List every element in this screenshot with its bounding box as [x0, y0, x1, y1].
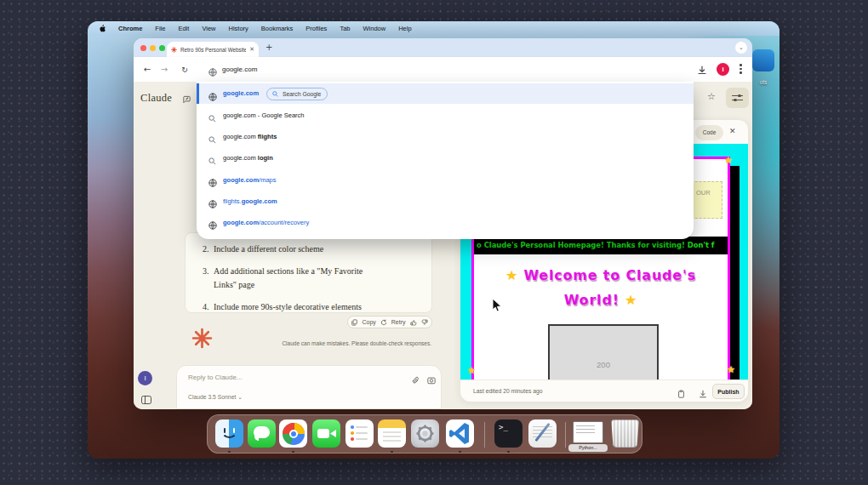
model-selector[interactable]: Claude 3.5 Sonnet ⌄ — [188, 394, 243, 401]
code-toggle-button[interactable]: Code — [695, 125, 723, 140]
dock-reminders-icon[interactable] — [345, 419, 374, 448]
url-globe-icon — [208, 65, 217, 80]
screenshot-icon[interactable] — [427, 373, 436, 388]
menu-bar: Chrome File Edit View History Bookmarks … — [88, 21, 779, 36]
downloads-icon[interactable] — [697, 64, 707, 79]
menu-kebab-icon[interactable] — [740, 64, 742, 76]
welcome-heading-line1: ★ Welcome to Claude's — [471, 267, 730, 283]
claude-wordmark: Claude — [140, 92, 172, 105]
retry-button[interactable]: Retry — [391, 319, 406, 325]
dock-facetime-icon[interactable] — [312, 419, 340, 448]
chrome-window: Retro 90s Personal Website ✕ + ⌄ ← → ↻ g… — [134, 38, 752, 409]
dock-python-label: Python... — [568, 444, 608, 452]
omnibox-dropdown: google.com Search Google google.com - Go… — [197, 82, 694, 239]
minimize-window-button[interactable] — [150, 45, 156, 51]
dock-notes-icon[interactable] — [378, 419, 406, 448]
dock-terminal-icon[interactable]: >_ — [494, 419, 523, 448]
profile-avatar[interactable]: i — [717, 63, 729, 76]
desktop-icon-label: ots — [751, 79, 776, 85]
suggestion-row[interactable]: flights.google.com — [197, 191, 694, 212]
dock-textedit-icon[interactable] — [528, 419, 557, 448]
publish-button[interactable]: Publish — [712, 384, 745, 399]
dock-chrome-icon[interactable] — [279, 419, 307, 448]
thumbs-down-icon[interactable] — [421, 319, 428, 326]
star-chat-icon[interactable]: ☆ — [707, 91, 716, 102]
globe-icon — [208, 197, 217, 212]
last-edited-text: Last edited 20 minutes ago — [473, 388, 543, 394]
forward-button[interactable]: → — [157, 57, 171, 82]
suggestion-row[interactable]: google.com/account/recovery — [197, 212, 694, 233]
assistant-message-card: 2.Include a different color scheme 3.Add… — [185, 232, 432, 313]
welcome-heading-line2: World! ★ — [471, 292, 730, 308]
star-emoji: ★ — [505, 267, 518, 283]
mouse-cursor — [492, 298, 502, 317]
reload-button[interactable]: ↻ — [178, 57, 191, 82]
dock: >_ Python... — [207, 414, 642, 454]
menu-file[interactable]: File — [155, 25, 165, 32]
reply-input-card[interactable]: Reply to Claude... Claude 3.5 Sonnet ⌄ — [176, 365, 442, 409]
dock-finder-icon[interactable] — [215, 419, 243, 448]
disclaimer-text: Claude can make mistakes. Please double-… — [251, 340, 431, 346]
sidebar-toggle-icon[interactable] — [141, 396, 151, 404]
menu-window[interactable]: Window — [363, 25, 385, 32]
new-tab-button[interactable]: + — [266, 43, 272, 52]
attach-icon[interactable] — [412, 373, 420, 388]
desktop-screen: Chrome File Edit View History Bookmarks … — [88, 21, 779, 459]
menu-profiles[interactable]: Profiles — [306, 25, 327, 32]
search-google-button[interactable]: Search Google — [266, 88, 328, 100]
retry-icon[interactable] — [380, 319, 387, 326]
tab-search-chevron[interactable]: ⌄ — [735, 42, 747, 54]
copy-icon[interactable] — [351, 319, 357, 326]
url-input[interactable]: google.com — [222, 66, 257, 73]
menu-bookmarks[interactable]: Bookmarks — [261, 25, 294, 32]
message-actions: Copy Retry — [347, 316, 432, 328]
search-icon — [208, 153, 216, 168]
copy-artifact-icon[interactable] — [677, 386, 685, 402]
dock-messages-icon[interactable] — [248, 419, 276, 448]
globe-icon — [208, 89, 217, 105]
reply-placeholder[interactable]: Reply to Claude... — [188, 374, 243, 381]
menu-edit[interactable]: Edit — [178, 25, 189, 32]
back-button[interactable]: ← — [140, 57, 154, 82]
menu-view[interactable]: View — [202, 25, 215, 32]
sparkle-icon: ★ — [467, 365, 476, 376]
suggestion-row[interactable]: google.com flights — [197, 126, 694, 147]
download-artifact-icon[interactable] — [699, 386, 707, 402]
copy-button[interactable]: Copy — [362, 319, 375, 325]
list-item: 4.Include more 90s-style decorative elem… — [203, 300, 416, 314]
list-item: 2.Include a different color scheme — [203, 242, 416, 256]
retro-marquee: o Claude's Personal Homepage! Thanks for… — [474, 237, 728, 254]
close-window-button[interactable] — [140, 45, 146, 51]
close-artifact-icon[interactable]: ✕ — [729, 127, 736, 135]
sparkle-icon: ★ — [724, 155, 733, 166]
dock-settings-icon[interactable] — [411, 419, 439, 448]
browser-toolbar: ← → ↻ google.com i — [134, 57, 752, 82]
suggestion-row[interactable]: google.com - Google Search — [197, 105, 694, 126]
menu-tab[interactable]: Tab — [340, 25, 350, 32]
browser-tab[interactable]: Retro 90s Personal Website ✕ — [167, 42, 259, 57]
desktop-icon-screenshots[interactable]: ots — [751, 49, 776, 90]
user-avatar[interactable]: I — [138, 371, 152, 385]
settings-sliders-button[interactable] — [726, 88, 749, 108]
zoom-window-button[interactable] — [159, 45, 165, 51]
new-chat-icon[interactable] — [182, 93, 191, 102]
tab-title: Retro 90s Personal Website — [180, 47, 246, 53]
tab-close-icon[interactable]: ✕ — [249, 46, 254, 53]
apple-icon[interactable] — [99, 25, 106, 32]
globe-icon — [208, 218, 217, 233]
dock-python-window-icon[interactable] — [573, 421, 603, 443]
suggestion-text: google.com — [223, 89, 259, 97]
menu-chrome[interactable]: Chrome — [118, 25, 142, 32]
dock-trash-icon[interactable] — [611, 419, 639, 448]
menu-history[interactable]: History — [229, 25, 248, 32]
search-icon — [208, 111, 216, 126]
thumbs-up-icon[interactable] — [410, 319, 417, 326]
search-icon — [208, 132, 216, 147]
artifact-footer: Last edited 20 minutes ago Publish — [460, 379, 748, 402]
desktop-icon-image — [752, 49, 774, 71]
suggestion-row[interactable]: google.com login — [197, 147, 694, 168]
menu-help[interactable]: Help — [398, 25, 411, 32]
suggestion-row[interactable]: google.com/maps — [197, 169, 694, 191]
suggestion-selected[interactable]: google.com Search Google — [197, 83, 694, 104]
dock-vscode-icon[interactable] — [446, 419, 474, 448]
